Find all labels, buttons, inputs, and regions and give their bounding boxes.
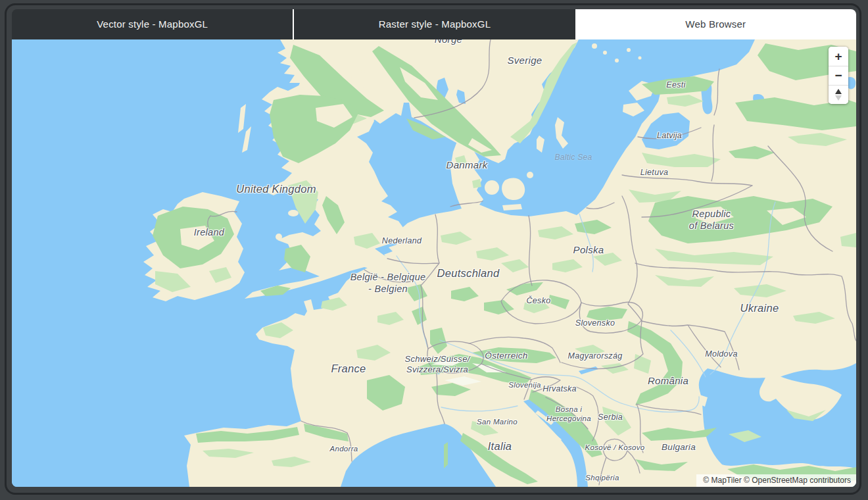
compass-button[interactable] (829, 85, 848, 104)
tab-web-browser[interactable]: Web Browser (575, 9, 856, 39)
map-image (12, 39, 856, 487)
tab-raster-style[interactable]: Raster style - MapboxGL (293, 9, 575, 39)
tab-bar: Vector style - MapboxGL Raster style - M… (12, 9, 856, 39)
compass-south-icon (835, 95, 842, 101)
compass-north-icon (835, 89, 842, 94)
zoom-in-button[interactable]: + (829, 47, 848, 66)
map-attribution[interactable]: © MapTiler © OpenStreetMap contributors (696, 474, 856, 487)
desktop-background: Vector style - MapboxGL Raster style - M… (0, 0, 868, 500)
zoom-out-button[interactable]: − (829, 66, 848, 85)
tab-vector-style[interactable]: Vector style - MapboxGL (12, 9, 293, 39)
map-demo-window: Vector style - MapboxGL Raster style - M… (12, 9, 856, 487)
map-navigation-control: + − (829, 47, 848, 104)
map-canvas[interactable]: NorgeSverigeEestiLatvijaLietuvaBaltic Se… (12, 39, 856, 487)
